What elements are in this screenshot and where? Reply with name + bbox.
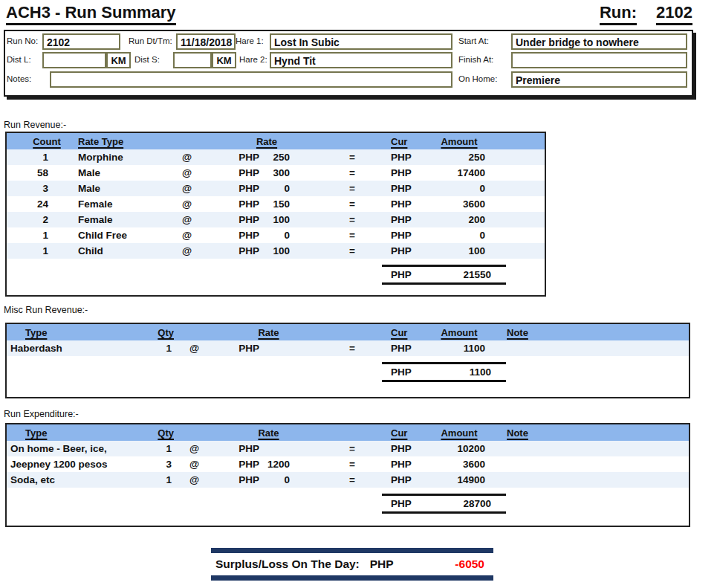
on-home-label: On Home:	[458, 74, 497, 83]
col-header-rate: Rate	[215, 327, 293, 338]
hare2-field[interactable]: Hynd Tit	[270, 52, 452, 68]
dist-s-field[interactable]	[173, 52, 212, 68]
equals-symbol: =	[293, 245, 389, 256]
equals-symbol: =	[293, 198, 389, 210]
at-symbol: @	[170, 198, 204, 210]
table-row: 1 Child Free @ PHP 0 = PHP 0	[7, 227, 545, 243]
col-header-amount: Amount	[430, 427, 488, 439]
surplus-label: Surplus/Loss On The Day:	[211, 558, 360, 571]
equals-symbol: =	[293, 214, 389, 225]
finish-at-field[interactable]	[511, 52, 687, 68]
col-header-note: Note	[488, 327, 562, 338]
misc-revenue-table-header: Type Qty Rate Cur Amount Note	[7, 324, 689, 340]
run-label: Run:	[600, 3, 637, 25]
col-header-qty: Qty	[144, 427, 174, 439]
equals-symbol: =	[293, 167, 389, 178]
equals-symbol: =	[293, 230, 389, 241]
equals-symbol: =	[293, 183, 389, 194]
dist-l-field[interactable]	[42, 52, 106, 68]
table-row: Haberdash 1 @ PHP = PHP 1100	[7, 340, 689, 356]
start-at-label: Start At:	[458, 36, 489, 45]
run-dttm-label: Run Dt/Tm:	[129, 36, 172, 45]
col-header-amount: Amount	[430, 327, 488, 338]
at-symbol: @	[170, 183, 204, 194]
surplus-bottom-bar	[211, 575, 493, 581]
table-row: 24 Female @ PHP 150 = PHP 3600	[7, 196, 545, 212]
on-home-field[interactable]: Premiere	[511, 71, 687, 88]
run-summary-report: ACH3 - Run Summary Run: 2102 Run No: 210…	[0, 0, 717, 588]
run-number: 2102	[656, 3, 692, 25]
expenditure-section-label: Run Expenditure:-	[4, 409, 79, 419]
expenditure-table-header: Type Qty Rate Cur Amount Note	[7, 424, 689, 441]
revenue-table-header: Count Rate Type Rate Cur Amount	[7, 133, 545, 149]
at-symbol: @	[174, 443, 215, 454]
table-row: 58 Male @ PHP 300 = PHP 17400	[7, 165, 545, 181]
equals-symbol: =	[293, 152, 389, 163]
run-header: Run: 2102	[600, 3, 692, 25]
expenditure-total: PHP 28700	[382, 494, 506, 514]
at-symbol: @	[174, 459, 215, 470]
col-header-rate: Rate	[215, 427, 293, 439]
run-dttm-field[interactable]: 11/18/2018	[176, 33, 236, 50]
col-header-type: Type	[7, 327, 144, 338]
table-row: Jeepney 1200 pesos 3 @ PHP 1200 = PHP 36…	[7, 456, 689, 472]
col-header-count: Count	[7, 136, 65, 147]
col-header-type: Type	[7, 427, 144, 439]
equals-symbol: =	[293, 459, 389, 470]
dist-s-unit: KM	[212, 52, 236, 68]
col-header-amount: Amount	[430, 136, 488, 147]
table-row: 1 Morphine @ PHP 250 = PHP 250	[7, 149, 545, 165]
surplus-strip: Surplus/Loss On The Day: PHP -6050	[211, 548, 493, 581]
run-no-field[interactable]: 2102	[42, 33, 120, 50]
at-symbol: @	[174, 474, 215, 485]
table-row: Soda, etc 1 @ PHP 0 = PHP 14900	[7, 472, 689, 488]
revenue-section-label: Run Revenue:-	[4, 120, 66, 130]
at-symbol: @	[170, 167, 204, 178]
dist-l-label: Dist L:	[7, 55, 31, 64]
col-header-rate-type: Rate Type	[65, 136, 170, 147]
table-row: 1 Child @ PHP 100 = PHP 100	[7, 243, 545, 259]
run-details-form: Run No: 2102 Run Dt/Tm: 11/18/2018 Hare …	[4, 30, 693, 97]
equals-symbol: =	[293, 474, 389, 485]
misc-revenue-table: Type Qty Rate Cur Amount Note Haberdash …	[5, 323, 690, 398]
equals-symbol: =	[293, 443, 389, 454]
at-symbol: @	[170, 152, 204, 163]
table-row: 3 Male @ PHP 0 = PHP 0	[7, 181, 545, 196]
col-header-note: Note	[488, 427, 562, 439]
at-symbol: @	[170, 230, 204, 241]
run-no-label: Run No:	[7, 36, 38, 45]
hare1-label: Hare 1:	[236, 36, 264, 45]
revenue-total: PHP 21550	[382, 265, 506, 285]
surplus-amount: -6050	[455, 558, 493, 571]
col-header-rate: Rate	[204, 136, 293, 147]
at-symbol: @	[170, 245, 204, 256]
col-header-cur: Cur	[389, 427, 430, 439]
surplus-top-bar	[211, 548, 493, 553]
dist-s-label: Dist S:	[134, 55, 160, 64]
col-header-cur: Cur	[389, 136, 430, 147]
hare2-label: Hare 2:	[239, 55, 267, 64]
misc-revenue-total: PHP 1100	[382, 362, 506, 382]
expenditure-table: Type Qty Rate Cur Amount Note On home - …	[5, 423, 690, 527]
table-row: 2 Female @ PHP 100 = PHP 200	[7, 212, 545, 227]
notes-field[interactable]	[50, 71, 452, 88]
at-symbol: @	[170, 214, 204, 225]
page-title: ACH3 - Run Summary	[6, 3, 176, 25]
hare1-field[interactable]: Lost In Subic	[270, 33, 452, 50]
surplus-currency: PHP	[370, 558, 394, 571]
notes-label: Notes:	[7, 74, 31, 83]
start-at-field[interactable]: Under bridge to nowhere	[511, 33, 687, 50]
at-symbol: @	[174, 343, 215, 354]
col-header-cur: Cur	[389, 327, 430, 338]
misc-revenue-section-label: Misc Run Revenue:-	[4, 305, 88, 315]
equals-symbol: =	[293, 343, 389, 354]
table-row: On home - Beer, ice, 1 @ PHP = PHP 10200	[7, 441, 689, 456]
dist-l-unit: KM	[106, 52, 131, 68]
revenue-table: Count Rate Type Rate Cur Amount 1 Morphi…	[5, 132, 546, 297]
col-header-qty: Qty	[144, 327, 174, 338]
finish-at-label: Finish At:	[458, 55, 493, 64]
